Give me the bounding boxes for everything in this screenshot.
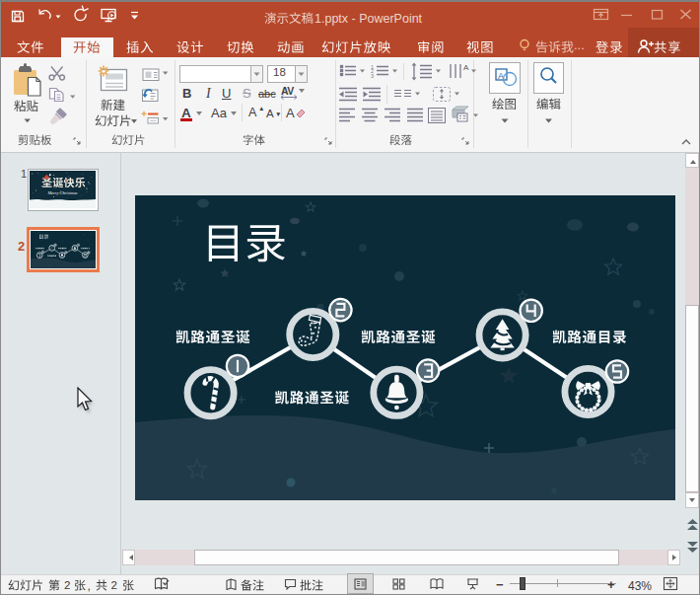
svg-text:A: A (463, 63, 469, 72)
svg-text:3: 3 (371, 73, 374, 79)
svg-text:Merry Christmas: Merry Christmas (46, 190, 77, 195)
